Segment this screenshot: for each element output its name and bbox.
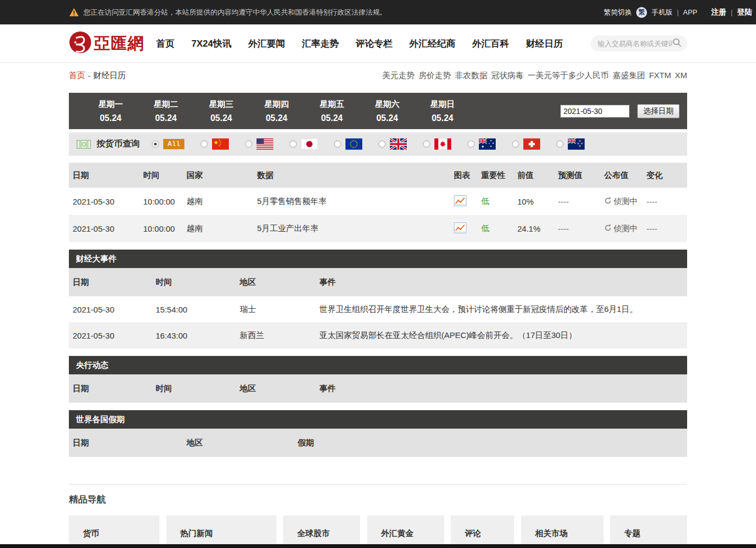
col-region: 地区 [240,277,319,288]
radio-japan[interactable] [290,141,297,148]
central-bank-table-header: 日期 时间 地区 事件 [69,374,687,403]
radio-australia[interactable] [467,141,475,148]
footer-card-related-markets: 相关市场 债市 [521,515,604,548]
site-header: 亞匯網 首页 7X24快讯 外汇要闻 汇率走势 评论专栏 外汇经纪商 外汇百科 … [0,24,756,63]
currency-option-usa[interactable] [245,138,273,150]
cell-previous: 24.1% [517,224,558,233]
currency-option-canada[interactable] [423,138,451,150]
holiday-section-title: 世界各国假期 [69,410,687,429]
register-link[interactable]: 注册 [712,8,727,17]
search-input[interactable] [598,40,672,48]
weekday-tuesday[interactable]: 星期二 05.24 [138,99,194,123]
currency-option-switzerland[interactable] [512,138,540,150]
nav-commentary[interactable]: 评论专栏 [356,37,393,50]
footer-card-hot-news: 热门新闻 中美贸易 XM外汇 [166,515,277,548]
nav-forex-news[interactable]: 外汇要闻 [248,37,285,50]
col-chart: 图表 [454,170,481,181]
cell-date: 2021-05-30 [73,331,156,340]
select-date-button[interactable]: 选择日期 [637,104,680,118]
chart-icon[interactable] [454,195,481,208]
nav-financial-calendar[interactable]: 财经日历 [526,37,563,50]
date-input[interactable] [560,105,630,118]
divider [69,484,687,485]
login-link[interactable]: 登陆 [737,8,752,17]
weekday-thursday[interactable]: 星期四 05.24 [249,99,304,123]
cell-indicator[interactable]: 5月零售销售额年率 [257,196,454,207]
cell-event[interactable]: 亚太国家贸易部长在亚太经合组织(APEC)峰会前开会。（17日至30日） [319,330,687,341]
cell-forecast: ---- [558,224,604,233]
weekday-saturday[interactable]: 星期六 05.24 [360,99,415,123]
footer-bar [0,544,756,548]
nav-7x24-news[interactable]: 7X24快讯 [191,37,232,50]
weekday-friday[interactable]: 星期五 05.24 [304,99,360,123]
event-row: 2021-05-30 16:43:00 新西兰 亚太国家贸易部长在亚太经合组织(… [69,322,687,348]
nav-forex-wiki[interactable]: 外汇百科 [472,37,509,50]
cell-indicator[interactable]: 5月工业产出年率 [257,224,454,234]
radio-switzerland[interactable] [512,141,519,148]
warning-icon [69,8,79,17]
topbar: 您正在访问亚汇网香港分站，本站所提供的内容均遵守中华人民共和国香港特别行政区法律… [0,0,756,24]
chart-icon[interactable] [454,222,481,235]
eu-flag-icon [345,138,362,150]
radio-uk[interactable] [379,141,386,148]
app-link[interactable]: APP [683,8,697,16]
hot-link-coronavirus[interactable]: 冠状病毒 [491,71,524,81]
hot-link-fxtm[interactable]: FXTM [649,71,671,81]
cell-date: 2021-05-30 [73,197,143,206]
cell-time: 10:00:00 [143,197,187,206]
radio-all[interactable] [152,141,159,148]
currency-option-eu[interactable] [334,138,362,150]
currency-option-china[interactable] [201,138,229,150]
hot-link-usd-cny[interactable]: 一美元等于多少人民币 [528,71,609,81]
search-icon[interactable] [672,38,682,49]
lang-toggle-link[interactable]: 繁简切换 [604,8,632,17]
hot-link-usd-trend[interactable]: 美元走势 [382,71,415,81]
radio-usa[interactable] [245,141,252,148]
event-row: 2021-05-30 15:54:00 瑞士 世界卫生组织召开年度世界卫生大会，… [69,296,687,322]
currency-option-australia[interactable] [467,138,496,150]
weekday-monday[interactable]: 星期一 05.24 [83,99,138,123]
cell-published: 侦测中 [604,196,646,207]
footer-card-topics: 专题 非农数据 [610,515,687,548]
hot-link-jiasheng[interactable]: 嘉盛集团 [613,71,645,81]
site-logo[interactable]: 亞匯網 [69,31,144,56]
weekday-wednesday[interactable]: 星期三 05.24 [194,99,249,123]
radio-eu[interactable] [334,141,341,148]
logo-text: 亞匯網 [94,33,144,55]
central-bank-section-title: 央行动态 [69,356,687,374]
events-section-title: 财经大事件 [69,250,687,268]
search-box[interactable] [591,35,687,52]
hot-link-housing-trend[interactable]: 房价走势 [419,71,451,81]
breadcrumb-row: 首页 - 财经日历 美元走势 房价走势 非农数据 冠状病毒 一美元等于多少人民币… [69,63,687,87]
holiday-table-header: 日期 地区 假期 [69,429,687,457]
col-holiday: 假期 [298,438,687,448]
cell-forecast: ---- [558,197,604,206]
cell-change: ---- [646,224,687,233]
mobile-version-link[interactable]: 手机版 [651,8,672,17]
canada-flag-icon [434,138,451,150]
radio-canada[interactable] [423,141,430,148]
breadcrumb-home-link[interactable]: 首页 [69,71,85,81]
radio-new-zealand[interactable] [556,141,563,148]
australia-flag-icon [479,138,496,150]
currency-option-all[interactable]: All [152,139,184,149]
hot-link-xm[interactable]: XM [675,71,688,81]
col-time: 时间 [156,277,240,288]
site-warning-text: 您正在访问亚汇网香港分站，本站所提供的内容均遵守中华人民共和国香港特别行政区法律… [84,8,387,17]
currency-option-uk[interactable] [379,138,407,150]
traditional-chinese-badge[interactable]: 繁 [636,7,647,18]
col-time: 时间 [143,170,187,181]
cell-date: 2021-05-30 [73,224,143,233]
nav-rate-trends[interactable]: 汇率走势 [302,37,339,50]
weekday-sunday[interactable]: 星期日 05.24 [415,99,470,123]
hot-link-nonfarm[interactable]: 非农数据 [455,71,488,81]
nav-home[interactable]: 首页 [156,37,175,50]
cell-previous: 10% [517,197,558,206]
nav-forex-brokers[interactable]: 外汇经纪商 [409,37,456,50]
col-time: 时间 [156,384,240,394]
refresh-icon [604,224,612,233]
currency-option-new-zealand[interactable] [556,138,585,150]
radio-china[interactable] [201,141,208,148]
cell-event[interactable]: 世界卫生组织召开年度世界卫生大会，预计讨论将侧重于新冠疫情后的改革，至6月1日。 [319,304,687,315]
currency-option-japan[interactable] [290,138,318,150]
